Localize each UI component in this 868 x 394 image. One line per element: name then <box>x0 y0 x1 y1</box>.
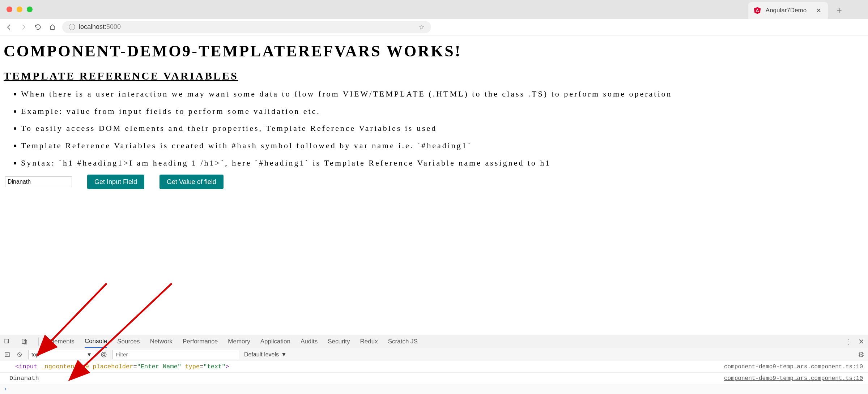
devtools-close-icon[interactable]: ✕ <box>858 337 864 346</box>
site-info-icon[interactable]: ⓘ <box>69 23 75 31</box>
separator <box>38 338 39 346</box>
bullet-item: Example: value from input fields to perf… <box>21 106 864 117</box>
html-tag: <input <box>15 363 37 370</box>
chevron-down-icon: ▼ <box>86 351 92 357</box>
devtools-panel: Elements Console Sources Network Perform… <box>0 335 868 394</box>
live-expression-icon[interactable] <box>100 351 107 358</box>
minimize-window-icon[interactable] <box>17 7 22 12</box>
controls-row: Get Input Field Get Value of field <box>4 175 864 189</box>
devtools-tabs: Elements Console Sources Network Perform… <box>0 335 868 348</box>
kebab-menu-icon[interactable]: ⋮ <box>844 337 852 346</box>
devtools-tab-performance[interactable]: Performance <box>183 336 218 347</box>
devtools-right-controls: ⋮ ✕ <box>844 337 864 346</box>
angular-favicon-icon <box>753 7 761 14</box>
device-toggle-icon[interactable] <box>21 338 28 345</box>
context-selector[interactable]: top ▼ <box>28 350 95 359</box>
bullet-item: To easily access DOM elements and their … <box>21 123 864 134</box>
svg-point-5 <box>103 354 105 356</box>
close-tab-icon[interactable]: ✕ <box>814 7 823 14</box>
source-link[interactable]: component-demo9-temp…ars.component.ts:10 <box>724 375 863 382</box>
bullet-item: Syntax: `h1 #heading1>I am heading 1 /h1… <box>21 158 864 168</box>
devtools-tab-elements[interactable]: Elements <box>49 336 75 347</box>
close-window-icon[interactable] <box>7 7 12 12</box>
html-attr: type <box>185 363 200 370</box>
tab-title: Angular7Demo <box>766 7 810 14</box>
browser-tab-angular7demo[interactable]: Angular7Demo ✕ <box>748 2 828 19</box>
page-viewport: COMPONENT-DEMO9-TEMPLATEREFVARS WORKS! T… <box>0 35 868 196</box>
url-host: localhost: <box>79 23 106 30</box>
context-selector-label: top <box>31 351 39 357</box>
devtools-tab-console[interactable]: Console <box>85 335 107 348</box>
chevron-down-icon: ▼ <box>281 351 287 358</box>
forward-button[interactable] <box>19 22 28 32</box>
back-button[interactable] <box>4 22 14 32</box>
url-port: 5000 <box>106 23 121 30</box>
address-bar[interactable]: ⓘ localhost:5000 ☆ <box>62 21 431 33</box>
maximize-window-icon[interactable] <box>27 7 33 12</box>
devtools-tab-audits[interactable]: Audits <box>301 336 318 347</box>
console-filter-input[interactable] <box>112 350 239 359</box>
window-traffic-lights <box>7 7 33 12</box>
name-input[interactable] <box>5 176 72 187</box>
console-sidebar-toggle-icon[interactable] <box>4 351 11 358</box>
console-filter-bar: top ▼ Default levels ▼ ⚙ <box>0 348 868 361</box>
devtools-tab-redux[interactable]: Redux <box>360 336 378 347</box>
devtools-tab-application[interactable]: Application <box>260 336 290 347</box>
browser-toolbar: ⓘ localhost:5000 ☆ <box>0 19 868 35</box>
console-log-line[interactable]: Dinanath component-demo9-temp…ars.compon… <box>0 373 868 384</box>
devtools-tab-sources[interactable]: Sources <box>117 336 140 347</box>
clear-console-icon[interactable] <box>16 351 23 358</box>
html-attr-value: "text" <box>203 363 225 370</box>
get-input-field-button[interactable]: Get Input Field <box>87 175 144 189</box>
console-output: <input _ngcontent-c9 placeholder="Enter … <box>0 361 868 394</box>
bullet-item: Template Reference Variables is created … <box>21 140 864 151</box>
page-heading-1: COMPONENT-DEMO9-TEMPLATEREFVARS WORKS! <box>4 42 864 60</box>
log-levels-label: Default levels <box>244 351 279 358</box>
get-value-of-field-button[interactable]: Get Value of field <box>159 175 224 189</box>
devtools-tab-memory[interactable]: Memory <box>228 336 250 347</box>
svg-point-6 <box>101 352 106 357</box>
tab-bar: Angular7Demo ✕ + <box>748 2 846 19</box>
console-settings-icon[interactable]: ⚙ <box>858 350 864 359</box>
inspect-icon[interactable] <box>4 338 11 345</box>
html-attr-value: "Enter Name" <box>137 363 181 370</box>
bullet-item: When there is a user interaction we may … <box>21 89 864 99</box>
bullet-list: When there is a user interaction we may … <box>4 89 864 168</box>
console-prompt[interactable]: › <box>0 384 868 394</box>
html-tag: > <box>226 363 229 370</box>
html-attr: placeholder <box>93 363 133 370</box>
reload-button[interactable] <box>33 22 43 32</box>
html-attr: _ngcontent-c9 <box>41 363 89 370</box>
console-text: Dinanath <box>9 375 39 382</box>
browser-titlebar: Angular7Demo ✕ + <box>0 0 868 19</box>
home-button[interactable] <box>48 22 57 32</box>
bookmark-star-icon[interactable]: ☆ <box>419 23 425 31</box>
log-levels-selector[interactable]: Default levels ▼ <box>244 351 289 358</box>
devtools-tab-network[interactable]: Network <box>150 336 173 347</box>
devtools-tab-scratchjs[interactable]: Scratch JS <box>388 336 418 347</box>
console-log-line[interactable]: <input _ngcontent-c9 placeholder="Enter … <box>0 361 868 373</box>
source-link[interactable]: component-demo9-temp…ars.component.ts:10 <box>724 364 863 370</box>
page-heading-2: TEMPLATE REFERENCE VARIABLES <box>4 70 864 82</box>
devtools-tab-security[interactable]: Security <box>328 336 350 347</box>
new-tab-button[interactable]: + <box>833 5 846 16</box>
